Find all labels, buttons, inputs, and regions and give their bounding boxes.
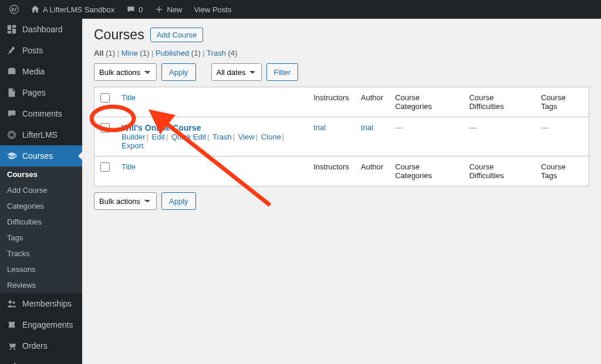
svg-point-4 xyxy=(10,348,12,350)
members-icon xyxy=(6,298,18,309)
sidebar-item-label: Media xyxy=(22,67,45,76)
row-actions: Builder| Edit| Quick Edit| Trash| View| … xyxy=(121,132,302,150)
view-all[interactable]: All xyxy=(94,49,104,57)
row-action-quick-edit[interactable]: Quick Edit xyxy=(171,132,206,141)
row-action-view[interactable]: View xyxy=(238,132,255,141)
sidebar-item-label: Engagements xyxy=(22,320,73,329)
filter-button[interactable]: Filter xyxy=(266,63,299,81)
col-difficulties: Course Difficulties xyxy=(463,87,535,117)
sidebar-sub-courses[interactable]: Courses xyxy=(0,166,82,182)
view-trash[interactable]: Trash xyxy=(207,49,226,57)
site-name: A LifterLMS Sandbox xyxy=(43,5,114,14)
row-author[interactable]: trial xyxy=(361,123,373,132)
orders-icon xyxy=(6,340,18,352)
sidebar-item-label: Comments xyxy=(22,109,62,118)
pages-icon xyxy=(6,87,18,98)
row-action-export[interactable]: Export xyxy=(121,141,144,150)
sidebar-item-media[interactable]: Media xyxy=(0,61,82,82)
admin-sidebar: DashboardPostsMediaPagesCommentsLifterLM… xyxy=(0,19,82,364)
sidebar-item-orders[interactable]: Orders xyxy=(0,335,82,356)
view-published[interactable]: Published xyxy=(156,49,189,57)
bulk-apply-button[interactable]: Apply xyxy=(161,63,196,81)
admin-bar: A LifterLMS Sandbox 0 New View Posts xyxy=(0,0,601,19)
row-checkbox[interactable] xyxy=(100,123,110,132)
sidebar-item-label: Pages xyxy=(22,88,46,97)
col-author: Author xyxy=(355,87,389,117)
row-title-cell: Will's Online Course Builder| Edit| Quic… xyxy=(116,117,308,157)
comments-bubble[interactable]: 0 xyxy=(121,0,147,19)
sidebar-item-label: LifterLMS xyxy=(22,130,58,140)
select-all-bottom[interactable] xyxy=(100,162,110,172)
grad-icon xyxy=(6,150,18,162)
sidebar-item-label: Posts xyxy=(22,46,43,55)
sidebar-item-comments[interactable]: Comments xyxy=(0,103,82,124)
sidebar-item-courses[interactable]: Courses xyxy=(0,145,82,166)
page-title: Courses xyxy=(94,27,144,43)
sidebar-submenu: CoursesAdd CourseCategoriesDifficultiesT… xyxy=(0,166,82,293)
page-header: Courses Add Course xyxy=(94,27,589,43)
row-action-clone[interactable]: Clone xyxy=(261,132,281,141)
col-instructors: Instructors xyxy=(308,87,355,117)
col-categories: Course Categories xyxy=(389,87,463,117)
row-instructor[interactable]: trial xyxy=(313,123,326,132)
engage-icon xyxy=(6,319,18,331)
sidebar-item-pages[interactable]: Pages xyxy=(0,82,82,103)
sidebar-item-appearance[interactable]: Appearance xyxy=(0,356,82,364)
date-filter-select[interactable]: All dates xyxy=(211,63,262,81)
sidebar-item-memberships[interactable]: Memberships xyxy=(0,293,82,314)
sidebar-item-label: Dashboard xyxy=(22,25,63,34)
svg-point-1 xyxy=(8,131,16,139)
row-difficulties: — xyxy=(463,117,535,157)
top-filters: Bulk actions Apply All dates Filter xyxy=(94,63,589,81)
dashboard-icon xyxy=(6,23,18,35)
bulk-actions-select[interactable]: Bulk actions xyxy=(94,63,157,81)
select-all-top[interactable] xyxy=(100,93,110,103)
sidebar-item-lifterlms[interactable]: LifterLMS xyxy=(0,124,82,145)
content-area: Courses Add Course All (1) | Mine (1) | … xyxy=(82,19,601,364)
courses-table: Title Instructors Author Course Categori… xyxy=(94,87,589,186)
table-row: Will's Online Course Builder| Edit| Quic… xyxy=(94,117,589,157)
lifter-icon xyxy=(6,129,18,141)
appearance-icon xyxy=(6,361,18,364)
col-title[interactable]: Title xyxy=(121,93,136,102)
bulk-actions-select-bottom[interactable]: Bulk actions xyxy=(94,192,157,210)
col-title-foot[interactable]: Title xyxy=(121,162,136,171)
sidebar-sub-lessons[interactable]: Lessons xyxy=(0,261,82,277)
comment-count: 0 xyxy=(139,5,143,14)
wordpress-icon xyxy=(9,5,19,14)
sidebar-item-posts[interactable]: Posts xyxy=(0,40,82,61)
pin-icon xyxy=(6,45,18,56)
post-status-filter: All (1) | Mine (1) | Published (1) | Tra… xyxy=(94,49,589,57)
add-course-button[interactable]: Add Course xyxy=(150,28,204,42)
home-icon xyxy=(31,5,40,14)
row-action-trash[interactable]: Trash xyxy=(212,132,232,141)
svg-point-5 xyxy=(13,348,15,350)
sidebar-sub-reviews[interactable]: Reviews xyxy=(0,277,82,293)
sidebar-sub-tracks[interactable]: Tracks xyxy=(0,246,82,261)
sidebar-sub-add-course[interactable]: Add Course xyxy=(0,182,82,198)
sidebar-item-engagements[interactable]: Engagements xyxy=(0,314,82,335)
sidebar-item-label: Orders xyxy=(22,341,48,351)
bulk-apply-button-bottom[interactable]: Apply xyxy=(161,192,196,210)
sidebar-item-dashboard[interactable]: Dashboard xyxy=(0,19,82,40)
row-categories: — xyxy=(389,117,463,157)
comment-icon xyxy=(126,5,136,14)
comments-icon xyxy=(6,108,18,120)
new-label: New xyxy=(167,5,182,14)
sidebar-item-label: Memberships xyxy=(22,299,72,308)
row-title-link[interactable]: Will's Online Course xyxy=(121,123,201,132)
svg-point-3 xyxy=(13,301,15,304)
bottom-filters: Bulk actions Apply xyxy=(94,192,589,210)
view-mine[interactable]: Mine xyxy=(121,49,138,57)
wp-logo[interactable] xyxy=(5,0,23,19)
new-content[interactable]: New xyxy=(150,0,187,19)
site-home[interactable]: A LifterLMS Sandbox xyxy=(26,0,119,19)
view-posts-label: View Posts xyxy=(194,5,231,14)
sidebar-sub-difficulties[interactable]: Difficulties xyxy=(0,214,82,230)
row-action-builder[interactable]: Builder xyxy=(121,132,145,141)
view-posts[interactable]: View Posts xyxy=(189,0,236,19)
sidebar-sub-categories[interactable]: Categories xyxy=(0,198,82,214)
row-tags: — xyxy=(535,117,589,157)
sidebar-sub-tags[interactable]: Tags xyxy=(0,230,82,246)
row-action-edit[interactable]: Edit xyxy=(151,132,164,141)
